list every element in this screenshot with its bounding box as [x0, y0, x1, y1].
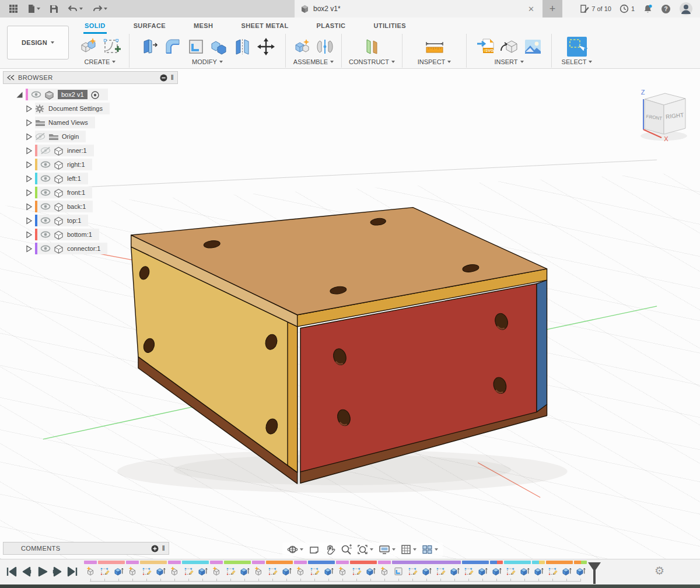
- visibility-eye-icon[interactable]: [40, 202, 51, 211]
- panel-grip[interactable]: ‖: [171, 74, 174, 82]
- timeline-feature-sketch-icon[interactable]: [267, 566, 278, 576]
- timeline-feature-component-icon[interactable]: [295, 566, 306, 576]
- save-button[interactable]: [47, 3, 61, 15]
- expand-arrow-icon[interactable]: [25, 231, 33, 239]
- view-cube[interactable]: FRONT RIGHT Z X: [629, 76, 696, 146]
- timeline-feature-extrude-icon[interactable]: [477, 566, 488, 576]
- browser-row-box2-v1[interactable]: box2 v1: [3, 89, 178, 100]
- nav-display-settings-button[interactable]: [379, 544, 396, 555]
- ribbon-tab-utilities[interactable]: UTILITIES: [372, 20, 407, 34]
- visibility-eye-icon[interactable]: [40, 160, 51, 169]
- expand-arrow-open-icon[interactable]: [16, 91, 23, 99]
- new-component-icon[interactable]: [79, 37, 99, 57]
- timeline-feature-extrude-icon[interactable]: [365, 566, 376, 576]
- visibility-eye-icon[interactable]: [40, 230, 51, 239]
- expand-arrow-icon[interactable]: [25, 119, 33, 127]
- ribbon-tab-surface[interactable]: SURFACE: [132, 20, 167, 34]
- browser-header[interactable]: BROWSER ‖: [3, 71, 178, 84]
- nav-viewports-button[interactable]: [422, 544, 438, 555]
- timeline-feature-sketch-icon[interactable]: [309, 566, 320, 576]
- nav-orbit-button[interactable]: [287, 544, 303, 555]
- assemble-new-component-icon[interactable]: [293, 37, 312, 56]
- insert-menu[interactable]: INSERT: [494, 58, 523, 65]
- timeline-feature-extrude-icon[interactable]: [323, 566, 334, 576]
- timeline-feature-sketch-icon[interactable]: [99, 566, 110, 576]
- timeline-feature-shell-icon[interactable]: [393, 566, 404, 576]
- undo-button[interactable]: [65, 3, 86, 15]
- nav-grid-settings-button[interactable]: [401, 544, 416, 555]
- visibility-eye-icon[interactable]: [40, 216, 51, 225]
- collapse-panel-icon[interactable]: [7, 75, 15, 80]
- browser-item-label[interactable]: Origin: [62, 133, 79, 140]
- expand-arrow-icon[interactable]: [25, 147, 33, 155]
- timeline-feature-component-icon[interactable]: [379, 566, 390, 576]
- timeline-feature-component-icon[interactable]: [337, 566, 348, 576]
- visibility-eye-icon[interactable]: [40, 174, 51, 183]
- browser-row-connector-1[interactable]: connector:1: [3, 243, 178, 254]
- nav-pan-button[interactable]: [325, 544, 335, 555]
- expand-arrow-icon[interactable]: [25, 245, 33, 253]
- timeline-feature-extrude-icon[interactable]: [491, 566, 502, 576]
- panel-expand-icon[interactable]: [151, 545, 159, 552]
- help-button[interactable]: ?: [661, 4, 671, 14]
- timeline-feature-extrude-icon[interactable]: [421, 566, 432, 576]
- visibility-eye-off-icon[interactable]: [35, 132, 46, 141]
- construct-menu[interactable]: CONSTRUCT: [349, 58, 395, 65]
- split-body-icon[interactable]: [233, 37, 253, 57]
- timeline-feature-component-icon[interactable]: [169, 566, 180, 576]
- workspace-switcher[interactable]: DESIGN: [7, 26, 69, 60]
- timeline-feature-component-icon[interactable]: [127, 566, 138, 576]
- timeline-settings-gear-icon[interactable]: ⚙: [654, 564, 664, 577]
- nav-look-at-button[interactable]: [309, 544, 320, 555]
- ribbon-tab-sheet-metal[interactable]: SHEET METAL: [240, 20, 289, 34]
- file-menu-button[interactable]: [24, 2, 43, 15]
- model-right-strip[interactable]: [537, 280, 547, 412]
- ribbon-tab-mesh[interactable]: MESH: [192, 20, 214, 34]
- expand-arrow-icon[interactable]: [25, 203, 33, 211]
- document-tab[interactable]: box2 v1* ✕: [295, 0, 542, 18]
- timeline-feature-sketch-icon[interactable]: [183, 566, 194, 576]
- offset-plane-icon[interactable]: [362, 37, 382, 57]
- combine-icon[interactable]: [209, 37, 229, 57]
- timeline-feature-extrude-icon[interactable]: [561, 566, 572, 576]
- create-sketch-icon[interactable]: [102, 37, 122, 57]
- timeline-feature-extrude-icon[interactable]: [281, 566, 292, 576]
- select-menu[interactable]: SELECT: [562, 58, 593, 65]
- timeline-feature-sketch-icon[interactable]: [351, 566, 362, 576]
- browser-item-label[interactable]: top:1: [67, 217, 81, 224]
- timeline-feature-sketch-icon[interactable]: [547, 566, 558, 576]
- new-tab-button[interactable]: +: [542, 0, 562, 18]
- assemble-menu[interactable]: ASSEMBLE: [293, 58, 334, 65]
- timeline-feature-sketch-icon[interactable]: [505, 566, 516, 576]
- browser-row-named-views[interactable]: Named Views: [3, 117, 178, 128]
- timeline-feature-sketch-icon[interactable]: [435, 566, 446, 576]
- panel-minimize-icon[interactable]: [160, 74, 167, 82]
- browser-row-document-settings[interactable]: Document Settings: [3, 103, 178, 114]
- browser-row-bottom-1[interactable]: bottom:1: [3, 229, 178, 240]
- modify-menu[interactable]: MODIFY: [192, 58, 223, 65]
- create-menu[interactable]: CREATE: [85, 58, 116, 65]
- browser-item-label[interactable]: connector:1: [67, 245, 100, 252]
- timeline-feature-extrude-icon[interactable]: [113, 566, 124, 576]
- expand-arrow-icon[interactable]: [25, 189, 33, 197]
- timeline-feature-extrude-icon[interactable]: [533, 566, 544, 576]
- comments-header[interactable]: COMMENTS ‖: [3, 542, 169, 555]
- ribbon-tab-solid[interactable]: SOLID: [83, 20, 107, 34]
- version-status[interactable]: 7 of 10: [580, 4, 611, 13]
- insert-svg-icon[interactable]: SVG: [476, 37, 496, 57]
- timeline-feature-sketch-icon[interactable]: [141, 566, 152, 576]
- timeline-feature-sketch-icon[interactable]: [407, 566, 418, 576]
- job-status[interactable]: 1: [620, 4, 635, 13]
- browser-row-left-1[interactable]: left:1: [3, 173, 178, 184]
- select-icon[interactable]: [566, 36, 588, 58]
- timeline-feature-extrude-icon[interactable]: [519, 566, 530, 576]
- timeline-feature-extrude-icon[interactable]: [239, 566, 250, 576]
- browser-row-front-1[interactable]: front:1: [3, 187, 178, 198]
- move-icon[interactable]: [256, 37, 276, 57]
- visibility-eye-off-icon[interactable]: [40, 146, 51, 155]
- browser-item-label[interactable]: bottom:1: [67, 231, 92, 238]
- visibility-eye-icon[interactable]: [40, 188, 51, 197]
- timeline-feature-extrude-icon[interactable]: [575, 566, 586, 576]
- browser-item-label[interactable]: Named Views: [48, 119, 88, 126]
- timeline-position-marker[interactable]: [587, 562, 602, 586]
